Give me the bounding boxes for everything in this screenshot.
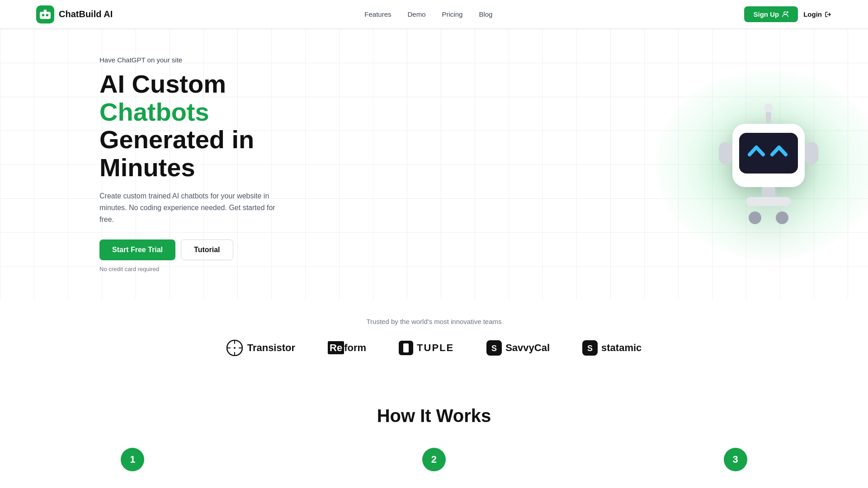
reform-name: Reform	[328, 342, 366, 354]
robot-svg-wrap	[705, 92, 832, 237]
hero-description: Create custom trained AI chatbots for yo…	[99, 190, 280, 225]
nav-actions: Sign Up Login	[744, 6, 832, 22]
navbar: ChatBuild AI Features Demo Pricing Blog …	[0, 0, 868, 29]
statamic-name: statamic	[601, 342, 642, 354]
robot-svg	[710, 97, 827, 232]
trusted-logos: Transistor Reform TUPLE S SavvyCal	[0, 340, 868, 356]
brand-logo-icon	[36, 5, 54, 23]
hero-title: AI Custom Chatbots Generated in Minutes	[99, 70, 280, 181]
hero-section: Have ChatGPT on your site AI Custom Chat…	[0, 29, 868, 300]
step-1: 1	[121, 448, 144, 471]
nav-blog[interactable]: Blog	[479, 10, 492, 18]
nav-links: Features Demo Pricing Blog	[364, 10, 492, 18]
step-2: 2	[422, 448, 446, 471]
svg-rect-3	[46, 14, 48, 16]
nav-pricing[interactable]: Pricing	[442, 10, 463, 18]
hero-title-black2: Generated in Minutes	[99, 125, 254, 182]
svg-point-14	[749, 211, 761, 224]
login-icon	[825, 11, 832, 18]
svg-rect-10	[762, 187, 775, 197]
svg-point-5	[44, 8, 46, 10]
svg-rect-25	[403, 343, 409, 352]
tuple-logo: TUPLE	[399, 341, 454, 355]
svg-text:S: S	[491, 344, 497, 353]
reform-logo: Reform	[328, 342, 366, 354]
nav-features[interactable]: Features	[364, 10, 391, 18]
tuple-icon	[399, 341, 413, 355]
hero-buttons: Start Free Trial Tutorial	[99, 239, 280, 260]
how-title: How It Works	[0, 406, 868, 426]
signup-button[interactable]: Sign Up	[744, 6, 798, 22]
transistor-name: Transistor	[247, 342, 295, 354]
svg-rect-13	[805, 142, 818, 164]
savvycal-name: SavvyCal	[505, 342, 550, 354]
trusted-label: Trusted by the world's most innovative t…	[0, 318, 868, 325]
nav-demo[interactable]: Demo	[408, 10, 426, 18]
hero-eyebrow: Have ChatGPT on your site	[99, 56, 280, 64]
robot-illustration	[705, 92, 832, 237]
svg-point-19	[234, 347, 236, 349]
savvycal-logo: S SavvyCal	[486, 340, 550, 356]
svg-rect-11	[746, 197, 791, 206]
tutorial-button[interactable]: Tutorial	[181, 239, 233, 260]
how-steps: 1 2 3	[0, 448, 868, 480]
statamic-icon: S	[582, 340, 598, 356]
svg-point-17	[764, 103, 773, 113]
svg-rect-9	[739, 133, 798, 174]
svg-rect-1	[40, 12, 51, 19]
statamic-logo: S statamic	[582, 340, 642, 356]
savvycal-icon: S	[486, 340, 502, 356]
no-credit-text: No credit card required	[99, 266, 280, 272]
svg-rect-12	[719, 142, 732, 164]
hero-content: Have ChatGPT on your site AI Custom Chat…	[0, 29, 280, 300]
hero-title-green: Chatbots	[99, 98, 209, 126]
svg-text:S: S	[587, 344, 593, 353]
hero-title-black1: AI Custom	[99, 70, 226, 98]
reform-re: Re	[328, 341, 344, 354]
brand-name: ChatBuild AI	[59, 9, 113, 19]
start-trial-button[interactable]: Start Free Trial	[99, 239, 175, 260]
step-3: 3	[724, 448, 747, 471]
login-button[interactable]: Login	[803, 10, 832, 18]
transistor-icon	[226, 340, 243, 356]
how-it-works-section: How It Works 1 2 3	[0, 370, 868, 488]
brand-logo[interactable]: ChatBuild AI	[36, 5, 113, 23]
svg-rect-2	[42, 14, 44, 16]
transistor-logo: Transistor	[226, 340, 295, 356]
trusted-section: Trusted by the world's most innovative t…	[0, 300, 868, 370]
signup-icon	[782, 11, 789, 18]
svg-point-15	[776, 211, 788, 224]
tuple-name: TUPLE	[417, 342, 454, 354]
